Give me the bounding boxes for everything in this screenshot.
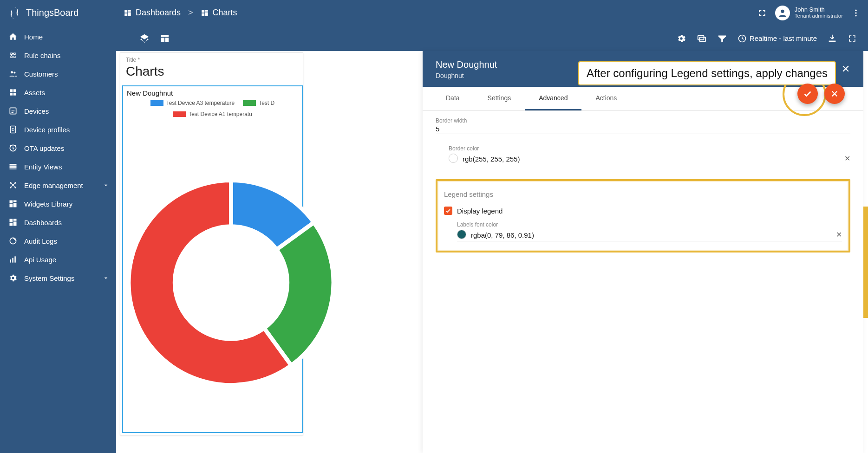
svg-rect-45 (698, 35, 704, 39)
breadcrumb-sep: > (188, 8, 193, 18)
sidebar-item-home[interactable]: Home (0, 27, 116, 46)
svg-rect-40 (12, 258, 13, 263)
border-width-input[interactable]: 5 (436, 125, 850, 133)
rule-icon (8, 51, 18, 60)
svg-rect-42 (161, 35, 169, 37)
filter-icon[interactable] (717, 33, 727, 44)
sidebar-item-entity-views[interactable]: Entity Views (0, 157, 116, 176)
svg-rect-22 (10, 164, 17, 165)
sidebar-item-ota-updates[interactable]: OTA updates (0, 139, 116, 157)
svg-point-13 (13, 71, 15, 73)
layers-icon[interactable] (139, 33, 150, 44)
tab-data[interactable]: Data (432, 87, 474, 110)
sidebar-item-label: OTA updates (24, 144, 64, 152)
export-icon[interactable] (827, 33, 837, 44)
brand-logo-icon (7, 6, 21, 20)
svg-point-8 (781, 9, 784, 13)
labels-font-color-input[interactable]: rgba(0, 79, 86, 0.91) (471, 231, 534, 239)
sidebar-item-label: Devices (24, 107, 49, 115)
tab-actions[interactable]: Actions (581, 87, 631, 110)
callout-annotation: After configuring Legend settings, apply… (578, 61, 836, 85)
clear-border-color-icon[interactable]: ✕ (844, 154, 850, 163)
labels-font-color-swatch[interactable] (457, 230, 466, 239)
home-icon (8, 32, 18, 41)
sidebar-item-audit-logs[interactable]: Audit Logs (0, 232, 116, 250)
svg-rect-23 (10, 166, 17, 168)
sidebar-item-customers[interactable]: Customers (0, 65, 116, 83)
doughnut-chart (118, 137, 344, 427)
profiles-icon: D (8, 125, 18, 134)
entity-icon (8, 162, 18, 171)
layouts-icon[interactable] (160, 33, 170, 44)
sidebar-item-assets[interactable]: Assets (0, 83, 116, 102)
api-icon (8, 255, 18, 264)
sidebar-item-label: Assets (24, 89, 45, 97)
sidebar: HomeRule chainsCustomersAssetsDevicesDDe… (0, 26, 116, 453)
sidebar-item-label: Widgets Library (24, 200, 72, 208)
sidebar-item-device-profiles[interactable]: DDevice profiles (0, 120, 116, 139)
assets-icon (8, 88, 18, 97)
border-color-label: Border color (449, 145, 850, 152)
user-name: John Smith (795, 6, 843, 13)
border-color-input[interactable]: rgb(255, 255, 255) (463, 155, 520, 163)
sidebar-item-system-settings[interactable]: System Settings (0, 269, 116, 287)
legend-item: Test D (243, 100, 274, 106)
time-window-label: Realtime - last minute (750, 34, 817, 42)
svg-point-11 (855, 15, 856, 16)
legend-settings-group: Legend settings Display legend Labels fo… (436, 179, 850, 252)
legend-item: Test Device A3 temperature (150, 100, 235, 106)
dashboard-title[interactable]: Charts (126, 64, 164, 79)
devices-icon (8, 106, 18, 116)
sidebar-item-api-usage[interactable]: Api Usage (0, 250, 116, 269)
svg-rect-35 (13, 219, 17, 221)
sidebar-item-label: Rule chains (24, 52, 60, 59)
svg-rect-44 (165, 38, 169, 42)
breadcrumb: Dashboards > Charts (124, 8, 237, 18)
dashboard-settings-icon[interactable] (676, 33, 686, 44)
aliases-icon[interactable] (697, 33, 707, 44)
dash-icon (8, 218, 18, 227)
close-icon[interactable] (841, 64, 850, 73)
border-color-swatch[interactable] (449, 154, 458, 163)
svg-rect-6 (205, 12, 208, 16)
breadcrumb-dashboards[interactable]: Dashboards (124, 8, 181, 18)
chevron-down-icon (102, 181, 110, 189)
sidebar-item-edge-management[interactable]: Edge management (0, 176, 116, 194)
svg-rect-16 (10, 93, 13, 96)
breadcrumb-a-label: Dashboards (136, 8, 181, 18)
time-window[interactable]: Realtime - last minute (737, 34, 817, 43)
sidebar-item-rule-chains[interactable]: Rule chains (0, 46, 116, 65)
sidebar-item-label: Home (24, 33, 43, 41)
breadcrumb-b-label: Charts (213, 8, 237, 18)
display-legend-checkbox[interactable] (444, 207, 452, 215)
svg-rect-30 (10, 201, 13, 204)
sidebar-item-dashboards[interactable]: Dashboards (0, 213, 116, 232)
sidebar-item-label: Device profiles (24, 126, 70, 134)
cancel-button[interactable] (824, 84, 845, 104)
clear-labels-color-icon[interactable]: ✕ (836, 230, 842, 239)
settings-icon (8, 273, 18, 283)
svg-rect-15 (13, 89, 16, 92)
svg-rect-2 (128, 12, 131, 16)
apply-button[interactable] (797, 84, 818, 104)
sidebar-item-devices[interactable]: Devices (0, 102, 116, 120)
user-menu[interactable]: John Smith Tenant administrator (775, 6, 843, 20)
sidebar-item-widgets-library[interactable]: Widgets Library (0, 194, 116, 213)
tab-advanced[interactable]: Advanced (525, 87, 581, 110)
svg-rect-1 (128, 10, 131, 12)
widgets-icon (8, 199, 18, 208)
brand-name: ThingsBoard (26, 7, 78, 18)
breadcrumb-charts[interactable]: Charts (201, 8, 237, 18)
fullscreen-icon[interactable] (757, 8, 767, 18)
more-vert-icon[interactable] (851, 8, 861, 18)
sidebar-item-label: Entity Views (24, 163, 62, 171)
fullscreen-dashboard-icon[interactable] (848, 34, 857, 43)
widget-settings-panel: New Doughnut Doughnut ? After configurin… (423, 51, 863, 453)
sidebar-item-label: Audit Logs (24, 237, 57, 245)
svg-rect-17 (13, 93, 16, 96)
tab-settings[interactable]: Settings (474, 87, 525, 110)
side-highlight-bar (863, 207, 868, 318)
svg-rect-14 (10, 89, 13, 92)
user-role: Tenant administrator (795, 13, 843, 19)
svg-rect-3 (124, 13, 127, 16)
